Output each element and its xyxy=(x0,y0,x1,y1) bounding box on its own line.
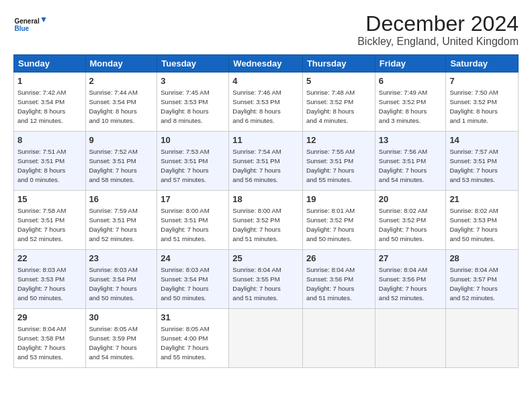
day-number: 30 xyxy=(89,312,154,324)
day-info: Sunrise: 7:53 AM Sunset: 3:51 PM Dayligh… xyxy=(161,147,225,184)
calendar-cell: 3Sunrise: 7:45 AM Sunset: 3:53 PM Daylig… xyxy=(157,73,229,132)
day-info: Sunrise: 8:05 AM Sunset: 3:59 PM Dayligh… xyxy=(89,324,154,361)
day-info: Sunrise: 8:01 AM Sunset: 3:52 PM Dayligh… xyxy=(306,206,371,243)
calendar-cell: 5Sunrise: 7:48 AM Sunset: 3:52 PM Daylig… xyxy=(302,73,375,132)
svg-text:General: General xyxy=(14,17,39,25)
day-number: 28 xyxy=(449,253,515,265)
calendar-cell xyxy=(375,309,446,368)
day-number: 11 xyxy=(232,134,299,146)
day-info: Sunrise: 8:05 AM Sunset: 4:00 PM Dayligh… xyxy=(161,324,225,361)
day-info: Sunrise: 8:02 AM Sunset: 3:52 PM Dayligh… xyxy=(379,206,443,243)
col-header-wednesday: Wednesday xyxy=(229,55,303,73)
day-info: Sunrise: 8:03 AM Sunset: 3:54 PM Dayligh… xyxy=(161,265,225,302)
calendar-cell: 21Sunrise: 8:02 AM Sunset: 3:53 PM Dayli… xyxy=(446,191,519,250)
calendar-cell: 15Sunrise: 7:58 AM Sunset: 3:51 PM Dayli… xyxy=(14,191,86,250)
calendar-cell: 25Sunrise: 8:04 AM Sunset: 3:55 PM Dayli… xyxy=(229,250,303,309)
day-number: 2 xyxy=(89,75,154,87)
day-number: 29 xyxy=(17,312,82,324)
calendar-cell: 18Sunrise: 8:00 AM Sunset: 3:52 PM Dayli… xyxy=(229,191,303,250)
calendar-cell: 2Sunrise: 7:44 AM Sunset: 3:54 PM Daylig… xyxy=(85,73,157,132)
day-info: Sunrise: 7:57 AM Sunset: 3:51 PM Dayligh… xyxy=(449,147,515,184)
calendar-cell: 20Sunrise: 8:02 AM Sunset: 3:52 PM Dayli… xyxy=(375,191,446,250)
day-info: Sunrise: 7:45 AM Sunset: 3:53 PM Dayligh… xyxy=(161,88,225,125)
day-number: 22 xyxy=(17,253,82,265)
day-number: 17 xyxy=(161,193,225,205)
day-number: 10 xyxy=(161,134,225,146)
calendar-week-4: 22Sunrise: 8:03 AM Sunset: 3:53 PM Dayli… xyxy=(14,250,519,309)
day-info: Sunrise: 8:04 AM Sunset: 3:58 PM Dayligh… xyxy=(17,324,82,361)
day-info: Sunrise: 8:04 AM Sunset: 3:56 PM Dayligh… xyxy=(306,265,371,302)
calendar-header-row: SundayMondayTuesdayWednesdayThursdayFrid… xyxy=(14,55,519,73)
col-header-saturday: Saturday xyxy=(446,55,519,73)
svg-text:Blue: Blue xyxy=(14,25,29,32)
calendar-cell: 31Sunrise: 8:05 AM Sunset: 4:00 PM Dayli… xyxy=(157,309,229,368)
day-info: Sunrise: 8:03 AM Sunset: 3:54 PM Dayligh… xyxy=(89,265,154,302)
calendar-cell: 8Sunrise: 7:51 AM Sunset: 3:51 PM Daylig… xyxy=(14,132,86,191)
day-number: 14 xyxy=(449,134,515,146)
col-header-sunday: Sunday xyxy=(14,55,86,73)
calendar-cell: 19Sunrise: 8:01 AM Sunset: 3:52 PM Dayli… xyxy=(302,191,375,250)
calendar-cell: 24Sunrise: 8:03 AM Sunset: 3:54 PM Dayli… xyxy=(157,250,229,309)
day-info: Sunrise: 7:48 AM Sunset: 3:52 PM Dayligh… xyxy=(306,88,371,125)
calendar-cell: 30Sunrise: 8:05 AM Sunset: 3:59 PM Dayli… xyxy=(85,309,157,368)
calendar-cell: 16Sunrise: 7:59 AM Sunset: 3:51 PM Dayli… xyxy=(85,191,157,250)
day-number: 4 xyxy=(232,75,299,87)
day-number: 13 xyxy=(379,134,443,146)
day-info: Sunrise: 7:56 AM Sunset: 3:51 PM Dayligh… xyxy=(379,147,443,184)
day-info: Sunrise: 7:59 AM Sunset: 3:51 PM Dayligh… xyxy=(89,206,154,243)
day-number: 8 xyxy=(17,134,82,146)
day-info: Sunrise: 7:52 AM Sunset: 3:51 PM Dayligh… xyxy=(89,147,154,184)
day-number: 6 xyxy=(379,75,443,87)
calendar-table: SundayMondayTuesdayWednesdayThursdayFrid… xyxy=(13,54,519,368)
calendar-cell: 29Sunrise: 8:04 AM Sunset: 3:58 PM Dayli… xyxy=(14,309,86,368)
calendar-cell xyxy=(229,309,303,368)
day-number: 25 xyxy=(232,253,299,265)
day-number: 7 xyxy=(449,75,515,87)
calendar-cell: 14Sunrise: 7:57 AM Sunset: 3:51 PM Dayli… xyxy=(446,132,519,191)
calendar-cell: 17Sunrise: 8:00 AM Sunset: 3:51 PM Dayli… xyxy=(157,191,229,250)
day-info: Sunrise: 8:00 AM Sunset: 3:52 PM Dayligh… xyxy=(232,206,299,243)
day-info: Sunrise: 7:46 AM Sunset: 3:53 PM Dayligh… xyxy=(232,88,299,125)
col-header-tuesday: Tuesday xyxy=(157,55,229,73)
header: General Blue December 2024 Bickley, Engl… xyxy=(13,12,519,48)
day-number: 21 xyxy=(449,193,515,205)
day-info: Sunrise: 8:00 AM Sunset: 3:51 PM Dayligh… xyxy=(161,206,225,243)
day-number: 3 xyxy=(161,75,225,87)
day-info: Sunrise: 8:04 AM Sunset: 3:56 PM Dayligh… xyxy=(379,265,443,302)
calendar-cell: 22Sunrise: 8:03 AM Sunset: 3:53 PM Dayli… xyxy=(14,250,86,309)
logo: General Blue xyxy=(13,12,47,36)
day-info: Sunrise: 7:42 AM Sunset: 3:54 PM Dayligh… xyxy=(17,88,82,125)
page: General Blue December 2024 Bickley, Engl… xyxy=(0,0,532,411)
calendar-week-3: 15Sunrise: 7:58 AM Sunset: 3:51 PM Dayli… xyxy=(14,191,519,250)
day-number: 5 xyxy=(306,75,371,87)
subtitle: Bickley, England, United Kingdom xyxy=(357,36,519,48)
day-info: Sunrise: 7:49 AM Sunset: 3:52 PM Dayligh… xyxy=(379,88,443,125)
day-info: Sunrise: 7:50 AM Sunset: 3:52 PM Dayligh… xyxy=(449,88,515,125)
day-number: 27 xyxy=(379,253,443,265)
calendar-cell: 1Sunrise: 7:42 AM Sunset: 3:54 PM Daylig… xyxy=(14,73,86,132)
calendar-cell: 27Sunrise: 8:04 AM Sunset: 3:56 PM Dayli… xyxy=(375,250,446,309)
day-info: Sunrise: 7:44 AM Sunset: 3:54 PM Dayligh… xyxy=(89,88,154,125)
day-info: Sunrise: 7:55 AM Sunset: 3:51 PM Dayligh… xyxy=(306,147,371,184)
day-info: Sunrise: 7:54 AM Sunset: 3:51 PM Dayligh… xyxy=(232,147,299,184)
day-info: Sunrise: 7:58 AM Sunset: 3:51 PM Dayligh… xyxy=(17,206,82,243)
day-number: 18 xyxy=(232,193,299,205)
title-block: December 2024 Bickley, England, United K… xyxy=(357,12,519,48)
day-info: Sunrise: 8:03 AM Sunset: 3:53 PM Dayligh… xyxy=(17,265,82,302)
calendar-week-1: 1Sunrise: 7:42 AM Sunset: 3:54 PM Daylig… xyxy=(14,73,519,132)
calendar-cell: 10Sunrise: 7:53 AM Sunset: 3:51 PM Dayli… xyxy=(157,132,229,191)
col-header-friday: Friday xyxy=(375,55,446,73)
day-number: 20 xyxy=(379,193,443,205)
day-number: 1 xyxy=(17,75,82,87)
calendar-cell: 26Sunrise: 8:04 AM Sunset: 3:56 PM Dayli… xyxy=(302,250,375,309)
day-info: Sunrise: 7:51 AM Sunset: 3:51 PM Dayligh… xyxy=(17,147,82,184)
day-info: Sunrise: 8:04 AM Sunset: 3:57 PM Dayligh… xyxy=(449,265,515,302)
col-header-thursday: Thursday xyxy=(302,55,375,73)
day-number: 31 xyxy=(161,312,225,324)
calendar-cell: 11Sunrise: 7:54 AM Sunset: 3:51 PM Dayli… xyxy=(229,132,303,191)
day-info: Sunrise: 8:02 AM Sunset: 3:53 PM Dayligh… xyxy=(449,206,515,243)
calendar-cell xyxy=(302,309,375,368)
col-header-monday: Monday xyxy=(85,55,157,73)
calendar-cell xyxy=(446,309,519,368)
calendar-cell: 28Sunrise: 8:04 AM Sunset: 3:57 PM Dayli… xyxy=(446,250,519,309)
